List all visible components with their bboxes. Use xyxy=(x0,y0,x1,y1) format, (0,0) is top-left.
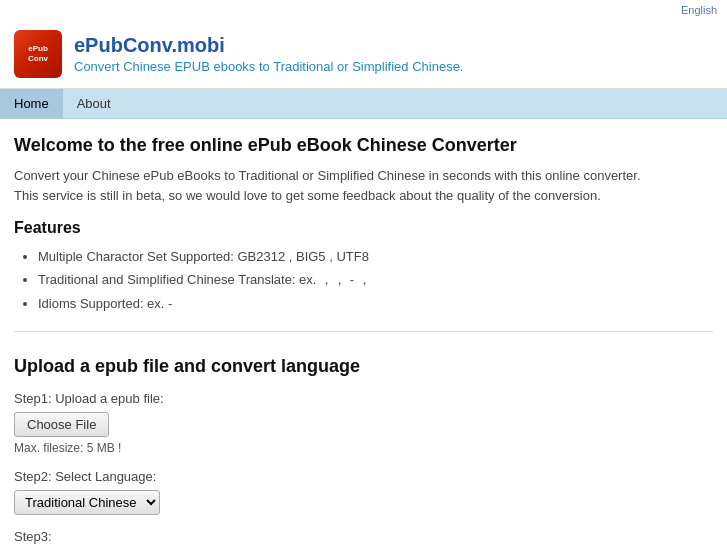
nav: Home About xyxy=(0,89,727,119)
welcome-title: Welcome to the free online ePub eBook Ch… xyxy=(14,135,713,156)
filesize-note: Max. filesize: 5 MB ! xyxy=(14,441,713,455)
feature-item-3: Idioms Supported: ex. - xyxy=(38,292,713,315)
site-subtitle: Convert Chinese EPUB ebooks to Tradition… xyxy=(74,59,463,74)
header: ePub Conv ePubConv.mobi Convert Chinese … xyxy=(0,20,727,89)
nav-item-home[interactable]: Home xyxy=(0,89,63,118)
feature-item-1: Multiple Charactor Set Supported: GB2312… xyxy=(38,245,713,268)
top-bar: English xyxy=(0,0,727,20)
welcome-section: Welcome to the free online ePub eBook Ch… xyxy=(14,135,713,332)
language-select[interactable]: Traditional ChineseSimplified Chinese xyxy=(14,490,160,515)
choose-file-button[interactable]: Choose File xyxy=(14,412,109,437)
step3-label: Step3: xyxy=(14,529,713,544)
feature-item-2: Traditional and Simplified Chinese Trans… xyxy=(38,268,713,291)
site-title: ePubConv.mobi xyxy=(74,34,463,57)
step1-block: Step1: Upload a epub file: Choose File M… xyxy=(14,391,713,455)
step1-label: Step1: Upload a epub file: xyxy=(14,391,713,406)
main-content: Welcome to the free online ePub eBook Ch… xyxy=(0,119,727,545)
nav-item-about[interactable]: About xyxy=(63,89,125,118)
upload-title: Upload a epub file and convert language xyxy=(14,356,713,377)
step2-block: Step2: Select Language: Traditional Chin… xyxy=(14,469,713,515)
step3-block: Step3: Send a epub file xyxy=(14,529,713,545)
step2-label: Step2: Select Language: xyxy=(14,469,713,484)
header-text: ePubConv.mobi Convert Chinese EPUB ebook… xyxy=(74,34,463,74)
features-title: Features xyxy=(14,219,713,237)
welcome-text: Convert your Chinese ePub eBooks to Trad… xyxy=(14,166,713,205)
language-link[interactable]: English xyxy=(681,4,717,16)
upload-section: Upload a epub file and convert language … xyxy=(14,352,713,545)
features-list: Multiple Charactor Set Supported: GB2312… xyxy=(14,245,713,315)
logo-image: ePub Conv xyxy=(14,30,62,78)
